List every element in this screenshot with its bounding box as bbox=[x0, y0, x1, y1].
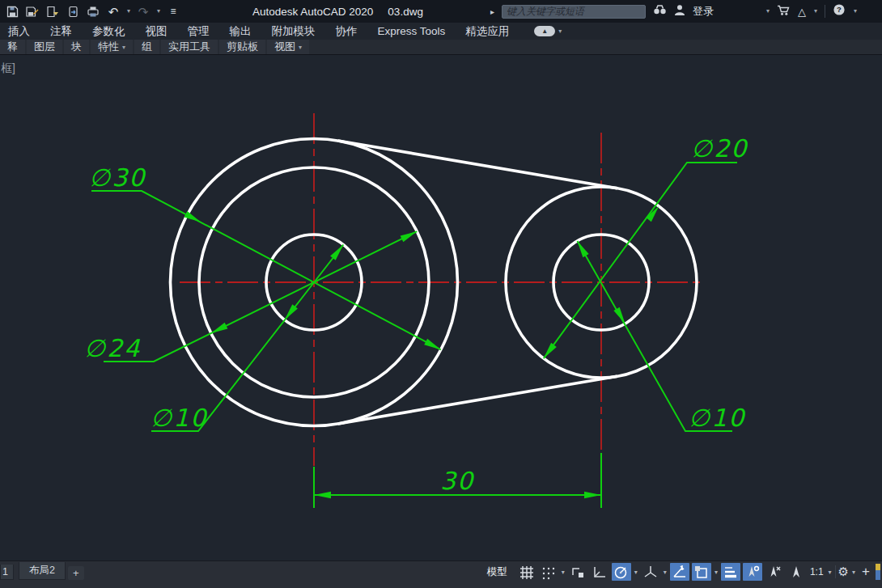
polar-caret-icon[interactable]: ▾ bbox=[634, 569, 638, 576]
tab-output[interactable]: 输出 bbox=[230, 24, 252, 39]
dimension-text: ∅20 bbox=[691, 134, 748, 163]
new-layout-button[interactable]: + bbox=[68, 566, 84, 580]
help-caret-icon[interactable]: ▾ bbox=[854, 8, 857, 15]
dimension-arrowhead bbox=[424, 339, 441, 350]
autocad-window: ↶ ▾ ↷ ▾ ≡ Autodesk AutoCAD 2020 03.dwg ▸… bbox=[0, 0, 882, 588]
panel-button-2[interactable]: 块 bbox=[64, 40, 89, 54]
fullscreen-plus-icon[interactable]: + bbox=[862, 564, 870, 580]
panel-button-7[interactable]: 视图▾ bbox=[267, 40, 309, 54]
ribbon-collapse-button[interactable]: ▲ ▾ bbox=[534, 26, 562, 36]
panel-label: 剪贴板 bbox=[227, 40, 258, 54]
panel-label: 释 bbox=[7, 40, 18, 54]
tab-insert[interactable]: 插入 bbox=[8, 24, 30, 39]
customization-gear-icon[interactable]: ⚙ bbox=[838, 565, 849, 579]
osnap-tracking-icon[interactable]: .f{fill:#ffffff;stroke:none} bbox=[670, 563, 689, 581]
dimension-leader bbox=[91, 191, 441, 349]
panel-label: 视图 bbox=[274, 40, 295, 54]
dimension-arrowhead bbox=[584, 492, 601, 498]
model-space-button[interactable]: 模型 bbox=[483, 564, 511, 581]
panel-flyout-icon[interactable]: ▾ bbox=[122, 44, 125, 51]
transfer-icon[interactable] bbox=[66, 4, 80, 19]
tab-addins[interactable]: 附加模块 bbox=[272, 24, 316, 39]
snap-caret-icon[interactable]: ▾ bbox=[562, 569, 565, 576]
cart-icon[interactable] bbox=[777, 4, 791, 19]
quick-access-toolbar: ↶ ▾ ↷ ▾ ≡ bbox=[0, 4, 180, 19]
plot-icon[interactable] bbox=[86, 4, 100, 19]
polar-icon[interactable]: .f{fill:#ffffff;stroke:none} bbox=[612, 563, 631, 581]
layout2-tab[interactable]: 布局2 bbox=[19, 562, 66, 580]
redo-caret-icon[interactable]: ▾ bbox=[157, 8, 160, 15]
titlebar-separator bbox=[825, 5, 825, 18]
tab-annotate[interactable]: 注释 bbox=[50, 24, 72, 39]
search-input[interactable] bbox=[502, 5, 646, 19]
tab-parametric[interactable]: 参数化 bbox=[92, 24, 125, 39]
a360-icon[interactable]: △ bbox=[798, 6, 806, 17]
qat-menu-icon[interactable]: ≡ bbox=[166, 4, 180, 19]
binoculars-icon[interactable] bbox=[653, 4, 667, 19]
layout1-tab[interactable]: 1 bbox=[0, 565, 14, 580]
snap-icon[interactable]: .f{fill:#d7dce2;stroke:none} bbox=[539, 563, 558, 581]
panel-label: 图层 bbox=[34, 40, 55, 54]
a360-caret-icon[interactable]: ▾ bbox=[814, 8, 817, 15]
document-name: 03.dwg bbox=[388, 6, 423, 18]
ribbon-collapse-caret-icon[interactable]: ▾ bbox=[558, 28, 562, 35]
ortho-icon[interactable]: .f{fill:#d7dce2;stroke:none} bbox=[590, 563, 609, 581]
panel-button-1[interactable]: 图层 bbox=[27, 40, 62, 54]
lineweight-icon[interactable]: .f{fill:#ffffff;stroke:none} bbox=[721, 563, 740, 581]
save-as-icon[interactable] bbox=[25, 4, 40, 19]
annotation-scale-value[interactable]: 1:1 bbox=[810, 566, 824, 577]
ribbon-tab-row: 插入 注释 参数化 视图 管理 输出 附加模块 协作 Express Tools… bbox=[0, 23, 882, 40]
undo-icon[interactable]: ↶ bbox=[106, 4, 121, 19]
panel-button-6[interactable]: 剪贴板 bbox=[219, 40, 265, 54]
help-icon[interactable]: ? bbox=[833, 3, 846, 19]
tab-collaborate[interactable]: 协作 bbox=[336, 24, 358, 39]
redo-icon[interactable]: ↷ bbox=[136, 4, 151, 19]
open-icon[interactable] bbox=[45, 4, 60, 19]
panel-flyout-icon[interactable]: ▾ bbox=[299, 44, 302, 51]
search-expand-icon[interactable]: ▸ bbox=[490, 7, 494, 16]
tab-manage[interactable]: 管理 bbox=[188, 24, 210, 39]
sign-in-button[interactable]: 登录 bbox=[693, 4, 714, 19]
annotation-visibility-icon[interactable]: .f{fill:#ffffff;stroke:none} bbox=[743, 563, 762, 581]
dimension-arrowhead bbox=[578, 241, 589, 257]
panel-button-3[interactable]: 特性▾ bbox=[91, 40, 133, 54]
annotation-scale-icon[interactable]: .f{fill:#d7dce2;stroke:none} bbox=[787, 563, 806, 581]
gear-caret-icon[interactable]: ▾ bbox=[852, 569, 855, 576]
panel-button-0[interactable]: 释 bbox=[0, 40, 25, 54]
autoscale-icon[interactable]: .f{fill:#d7dce2;stroke:none} bbox=[765, 563, 784, 581]
osnap-caret-icon[interactable]: ▾ bbox=[715, 569, 718, 576]
drawing-canvas[interactable]: 框] ∅30∅24∅10∅20∅1030 bbox=[0, 55, 882, 561]
ribbon-collapse-pill-icon[interactable]: ▲ bbox=[534, 26, 555, 36]
save-icon[interactable] bbox=[5, 4, 19, 19]
cad-drawing[interactable]: ∅30∅24∅10∅20∅1030 bbox=[0, 55, 882, 561]
tangent-line bbox=[338, 141, 617, 188]
signin-caret-icon[interactable]: ▾ bbox=[766, 8, 770, 15]
tab-view[interactable]: 视图 bbox=[146, 24, 167, 39]
osnap-icon[interactable]: .f{fill:#ffffff;stroke:none} bbox=[692, 563, 711, 581]
dimension-leader bbox=[104, 231, 417, 362]
isometric-icon[interactable]: .f{fill:#d7dce2;stroke:none} bbox=[641, 563, 660, 581]
ribbon-panel-row: 释图层块特性▾组实用工具剪贴板视图▾ bbox=[0, 40, 882, 55]
dimension-text: ∅10 bbox=[151, 404, 208, 432]
app-title: Autodesk AutoCAD 2020 bbox=[252, 6, 373, 18]
panel-button-5[interactable]: 实用工具 bbox=[161, 40, 218, 54]
panel-label: 组 bbox=[142, 40, 152, 54]
dimension-arrowhead bbox=[401, 231, 418, 242]
panel-button-4[interactable]: 组 bbox=[134, 40, 159, 54]
user-icon[interactable] bbox=[674, 4, 685, 19]
svg-text:?: ? bbox=[837, 5, 842, 14]
status-toggles: 模型 .f{fill:#d7dce2;stroke:none}.f{fill:#… bbox=[483, 563, 880, 581]
dimension-text: ∅30 bbox=[89, 163, 146, 192]
tab-express-tools[interactable]: Express Tools bbox=[378, 25, 446, 37]
status-separator bbox=[835, 565, 836, 578]
undo-caret-icon[interactable]: ▾ bbox=[127, 8, 130, 15]
dimension-arrowhead bbox=[184, 211, 201, 222]
scale-caret-icon[interactable]: ▾ bbox=[829, 569, 832, 576]
layout-tabs: 1 布局2 + bbox=[0, 562, 84, 580]
panel-label: 块 bbox=[71, 40, 82, 54]
isometric-caret-icon[interactable]: ▾ bbox=[664, 569, 667, 576]
infer-icon[interactable]: .f{fill:#d7dce2;stroke:none} bbox=[568, 563, 587, 581]
viewport-control-label[interactable]: 框] bbox=[1, 61, 15, 76]
grid-icon[interactable]: .f{fill:#d7dce2;stroke:none} bbox=[517, 563, 536, 581]
tab-featured-apps[interactable]: 精选应用 bbox=[465, 24, 509, 39]
